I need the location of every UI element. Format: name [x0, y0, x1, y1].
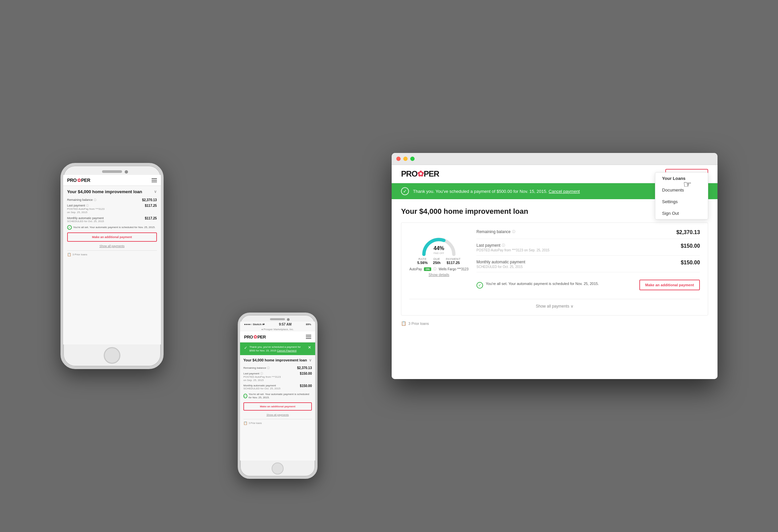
browser-logo-text1: PRO [401, 169, 417, 178]
autopay-check-small: ✓ [243, 394, 247, 398]
info-icon-lastpayment[interactable]: ⓘ [502, 243, 505, 248]
autopay-on-badge: ON [424, 267, 431, 271]
show-all-link-small[interactable]: Show all payments [243, 413, 312, 416]
notif-text-small: Thank you, you've scheduled a payment fo… [249, 345, 306, 353]
remaining-balance-label-large: Remaining balance ⓘ [67, 198, 96, 202]
payment-stat: PAYMENT $117.25 [446, 257, 461, 265]
hamburger-menu-large[interactable] [152, 178, 157, 182]
monthly-payment-sub: SCHEDULED for Oct. 25, 2015 [476, 265, 525, 269]
prior-loans-large: 📋 3 Prior loans [67, 250, 157, 256]
autopay-set-check: ✓ [476, 282, 483, 289]
payment-details: Remaining balance ⓘ $2,370.13 [476, 229, 700, 294]
phone-small-notification: ✓ Thank you, you've scheduled a payment … [240, 343, 315, 355]
gauge-svg: 44% PAID OFF [419, 229, 459, 256]
phone-small-navbar: PRO✿PER [240, 331, 315, 343]
menu-item-settings[interactable]: Settings [655, 196, 708, 208]
autopay-text-small: You're all set. Your automatic payment i… [249, 393, 312, 400]
signal-small: ●●●●○ Sketch ⇄ [244, 323, 265, 326]
prior-loans-text: 3 Prior loans [408, 321, 429, 325]
minimize-btn[interactable] [403, 157, 408, 161]
monthly-payment-label: Monthly automatic payment [476, 260, 525, 264]
autopay-text-large: You're all set. Your automatic payment i… [73, 226, 155, 229]
info-icon-balance-small[interactable]: ⓘ [267, 366, 269, 370]
show-all-payments-btn[interactable]: Show all payments ∨ [536, 304, 573, 309]
monthly-payment-value-small: $150.00 [300, 384, 312, 388]
last-payment-sub: POSTED AutoPay from ***3123 on Sep. 25, … [476, 248, 550, 252]
prosper-logo-large: PRO✿PER [67, 177, 90, 183]
browser-logo-leaf: ✿ [417, 169, 423, 178]
last-payment-label: Last payment ⓘ [476, 243, 550, 248]
prosper-logo-small: PRO✿PER [244, 334, 266, 339]
phone-small-loan-header: Your $4,000 home improvement loan ∨ [243, 358, 312, 363]
last-payment-row: Last payment ⓘ POSTED AutoPay from ***31… [476, 243, 700, 256]
browser-titlebar [392, 153, 717, 165]
show-all-payments-section: Show all payments ∨ [409, 299, 700, 309]
last-payment-label-large: Last payment ⓘ [67, 204, 107, 208]
last-payment-amount: $150.00 [681, 243, 700, 249]
notif-close-small[interactable]: ✕ [308, 345, 311, 350]
phone-small-loan-title: Your $4,000 home improvement loan [243, 358, 307, 363]
monthly-payment-value-large: $117.25 [145, 217, 157, 220]
chevron-down-icon: ∨ [570, 304, 573, 309]
remaining-balance-label: Remaining balance ⓘ [476, 229, 515, 234]
provider-bar: ◂ Prosper Marketplace, Inc. [240, 327, 315, 331]
browser-prosper-logo: PRO✿PER [401, 169, 439, 178]
make-payment-btn-small[interactable]: Make an additional payment [243, 402, 312, 411]
phone-large-navbar: PRO✿PER [63, 175, 161, 186]
last-payment-value-small: $150.00 [300, 372, 312, 375]
maximize-btn[interactable] [410, 157, 414, 161]
home-button-small[interactable] [271, 462, 284, 474]
menu-item-your-loans[interactable]: Your Loans [655, 172, 708, 184]
iphone-large-screen: PRO✿PER Your $4,000 home improvement loa… [63, 175, 161, 345]
monthly-payment-row-small: Monthly automatic payment SCHEDULED for … [243, 384, 312, 390]
monthly-payment-label-large: Monthly automatic payment [67, 217, 104, 220]
cancel-payment-link-small[interactable]: Cancel Payment [277, 349, 297, 352]
camera [125, 170, 128, 173]
menu-item-documents[interactable]: Documents [655, 184, 708, 196]
menu-item-sign-out[interactable]: Sign Out [655, 208, 708, 219]
info-icon-balance[interactable]: ⓘ [512, 229, 515, 234]
loan-chevron-large[interactable]: ∨ [154, 189, 157, 194]
browser-logo-text2: PER [423, 169, 439, 178]
status-bar-small: ●●●●○ Sketch ⇄ 9:57 AM 89% [240, 321, 315, 327]
remaining-balance-row: Remaining balance ⓘ $2,370.13 [476, 229, 700, 239]
notif-check-icon: ✓ [401, 187, 409, 195]
remaining-balance-value-large: $2,370.13 [142, 198, 157, 202]
autopay-set-text: You're all set. Your automatic payment i… [486, 281, 599, 286]
info-icon-payment-small[interactable]: ⓘ [260, 372, 263, 375]
iphone-large: PRO✿PER Your $4,000 home improvement loa… [61, 163, 164, 369]
gauge-container: 44% PAID OFF RATE 5.56% DUE 25 [409, 229, 468, 294]
last-payment-value-large: $117.25 [145, 204, 157, 208]
iphone-small: ●●●●○ Sketch ⇄ 9:57 AM 89% ◂ Prosper Mar… [238, 313, 317, 479]
monthly-payment-amount: $150.00 [681, 260, 700, 266]
home-button-large[interactable] [104, 347, 121, 364]
make-payment-btn-large[interactable]: Make an additional payment [67, 232, 157, 242]
logo-leaf-sm: ✿ [253, 334, 257, 339]
cancel-payment-link[interactable]: Cancel payment [549, 189, 580, 194]
make-payment-btn[interactable]: Make an additional payment [639, 280, 700, 290]
logo-text-2: PER [81, 177, 90, 183]
info-icon-payment-large[interactable]: ⓘ [86, 204, 89, 208]
show-all-link-large[interactable]: Show all payments [67, 244, 157, 248]
close-btn[interactable] [396, 157, 401, 161]
logo-text-1-sm: PRO [244, 334, 253, 339]
notif-message: Thank you. You've scheduled a payment of… [413, 189, 580, 194]
svg-text:44%: 44% [434, 245, 444, 251]
last-payment-row-small: Last payment ⓘ POSTED AutoPay from ***31… [243, 372, 312, 382]
folder-icon-browser: 📋 [401, 321, 406, 326]
iphone-small-screen: ●●●●○ Sketch ⇄ 9:57 AM 89% ◂ Prosper Mar… [240, 321, 315, 460]
phone-large-loan-header: Your $4,000 home improvement loan ∨ [67, 189, 157, 195]
prior-loans-row: 📋 3 Prior loans [401, 321, 708, 326]
prior-loans-small: 📋 3 Prior loans [243, 419, 312, 425]
due-stat: DUE 25th [433, 257, 441, 265]
last-payment-row-large: Last payment ⓘ POSTED AutoPay from ***31… [67, 204, 157, 215]
info-icon-balance-large[interactable]: ⓘ [94, 198, 96, 202]
remaining-balance-row-small: Remaining balance ⓘ $2,370.13 [243, 366, 312, 370]
logo-text-1: PRO [67, 177, 77, 183]
hamburger-menu-small[interactable] [306, 335, 311, 339]
autopay-info-icon[interactable]: ⓘ [433, 267, 437, 271]
loan-chevron-small[interactable]: ∨ [309, 358, 312, 363]
show-details-link[interactable]: Show details [429, 273, 449, 277]
gauge-stats: RATE 5.56% DUE 25th PAYMENT $117.25 [417, 257, 461, 265]
monthly-payment-row-large: Monthly automatic payment SCHEDULED for … [67, 217, 157, 223]
